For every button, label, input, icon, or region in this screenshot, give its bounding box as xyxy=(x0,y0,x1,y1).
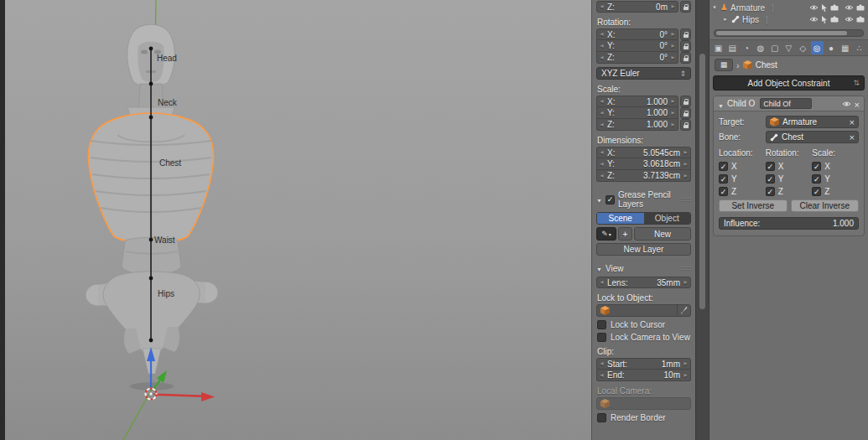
scale-x-checkbox[interactable] xyxy=(812,162,821,171)
rotation-y-checkbox[interactable] xyxy=(766,174,775,184)
decrement-arrow-icon[interactable] xyxy=(599,159,605,169)
lock-icon[interactable] xyxy=(680,40,691,52)
panel-grip-icon[interactable] xyxy=(681,265,691,272)
rotation-x-checkbox[interactable] xyxy=(766,162,775,171)
dimension-x-field[interactable]: X: 5.0545cm xyxy=(596,147,691,158)
view-panel-header[interactable]: View xyxy=(596,264,691,273)
lock-icon[interactable] xyxy=(680,1,691,13)
rotation-mode-dropdown[interactable]: XYZ Euler xyxy=(596,67,691,80)
expander-icon[interactable] xyxy=(722,16,729,23)
lock-icon[interactable] xyxy=(680,119,691,131)
decrement-arrow-icon[interactable] xyxy=(599,41,605,51)
draw-mode-button[interactable]: ✎▾ xyxy=(596,227,616,241)
scale-x-field[interactable]: X: 1.000 xyxy=(596,96,678,107)
expander-icon[interactable] xyxy=(711,4,718,11)
selectable-cursor-icon[interactable] xyxy=(821,4,828,12)
lock-camera-checkbox[interactable] xyxy=(597,333,606,342)
renderable-camera-icon[interactable] xyxy=(830,4,839,11)
tab-object[interactable]: ▢ xyxy=(768,41,781,54)
add-layer-button[interactable]: + xyxy=(618,227,632,241)
scale-z-field[interactable]: Z: 1.000 xyxy=(596,119,678,131)
lock-icon[interactable] xyxy=(680,96,691,107)
context-menu-button[interactable] xyxy=(715,59,733,71)
scrollbar-thumb[interactable] xyxy=(699,54,705,309)
tab-constraints[interactable]: ◎ xyxy=(811,41,824,54)
scale-y-field[interactable]: Y: 1.000 xyxy=(596,107,678,119)
decrement-arrow-icon[interactable] xyxy=(599,53,605,63)
outliner-horizontal-scrollbar[interactable] xyxy=(714,29,864,37)
lock-icon[interactable] xyxy=(680,28,691,40)
decrement-arrow-icon[interactable] xyxy=(599,171,605,181)
tab-object-data[interactable]: ▽ xyxy=(782,41,795,54)
increment-arrow-icon[interactable] xyxy=(683,277,689,287)
tab-render[interactable]: ▣ xyxy=(712,41,725,54)
local-camera-field[interactable] xyxy=(596,397,691,410)
scrollbar-thumb[interactable] xyxy=(716,31,847,35)
increment-arrow-icon[interactable] xyxy=(670,108,676,118)
lens-field[interactable]: Lens: 35mm xyxy=(596,277,691,288)
increment-arrow-icon[interactable] xyxy=(683,359,689,369)
dimension-z-field[interactable]: Z: 3.7139cm xyxy=(596,170,691,182)
outliner-row-armature[interactable]: ♟ Armature | xyxy=(711,2,866,13)
decrement-arrow-icon[interactable] xyxy=(599,120,605,130)
lock-to-cursor-checkbox[interactable] xyxy=(597,320,606,329)
collapse-triangle-icon[interactable] xyxy=(718,96,724,111)
tab-render-layers[interactable]: ▤ xyxy=(726,41,739,54)
rotation-z-field[interactable]: Z: 0° xyxy=(596,52,678,64)
tab-scene[interactable]: Scene xyxy=(597,213,644,224)
collapse-triangle-icon[interactable] xyxy=(596,195,602,204)
rotation-x-field[interactable]: X: 0° xyxy=(596,28,678,40)
tab-modifiers[interactable]: ◇ xyxy=(797,41,809,54)
outliner-row-hips[interactable]: Hips | xyxy=(711,13,866,25)
location-y-checkbox[interactable] xyxy=(719,174,728,184)
grease-pencil-checkbox[interactable] xyxy=(606,195,615,204)
character-mesh[interactable] xyxy=(86,24,218,391)
decrement-arrow-icon[interactable] xyxy=(599,29,605,39)
increment-arrow-icon[interactable] xyxy=(670,41,676,51)
tab-world[interactable]: ◍ xyxy=(754,41,767,54)
new-layer-button[interactable]: New Layer xyxy=(596,243,691,256)
decrement-arrow-icon[interactable] xyxy=(599,370,605,380)
decrement-arrow-icon[interactable] xyxy=(599,359,605,369)
bone-field[interactable]: Chest xyxy=(766,131,859,143)
selectable-cursor-icon[interactable] xyxy=(821,16,828,23)
lock-icon[interactable] xyxy=(680,107,691,119)
eyedropper-button[interactable] xyxy=(677,305,690,316)
increment-arrow-icon[interactable] xyxy=(670,53,676,63)
new-button[interactable]: New xyxy=(634,227,691,241)
visibility-eye-icon[interactable] xyxy=(809,4,819,11)
delete-constraint-icon[interactable] xyxy=(855,96,860,111)
influence-slider[interactable]: Influence: 1.000 xyxy=(719,217,859,230)
3d-viewport[interactable]: Head Neck Chest Waist Hips xyxy=(0,0,591,440)
constraint-panel-header[interactable]: Child O Child Of xyxy=(714,96,864,111)
mute-eye-icon[interactable] xyxy=(842,101,851,107)
renderable-camera-icon[interactable] xyxy=(830,16,839,23)
increment-arrow-icon[interactable] xyxy=(670,2,676,12)
dimension-y-field[interactable]: Y: 3.0618cm xyxy=(596,158,691,170)
rotation-z-checkbox[interactable] xyxy=(766,187,775,196)
clip-end-field[interactable]: End: 10m xyxy=(596,370,691,381)
clear-target-icon[interactable] xyxy=(850,117,855,127)
decrement-arrow-icon[interactable] xyxy=(599,2,605,12)
visibility-eye-icon[interactable] xyxy=(809,16,819,23)
decrement-arrow-icon[interactable] xyxy=(599,277,605,287)
lock-to-object-field[interactable] xyxy=(596,304,691,317)
lock-icon[interactable] xyxy=(680,52,691,64)
renderable-camera-icon[interactable] xyxy=(856,4,865,11)
decrement-arrow-icon[interactable] xyxy=(599,96,605,106)
clear-inverse-button[interactable]: Clear Inverse xyxy=(791,199,860,212)
visibility-eye-icon[interactable] xyxy=(845,4,854,11)
increment-arrow-icon[interactable] xyxy=(670,120,676,130)
grease-pencil-panel-header[interactable]: Grease Pencil Layers xyxy=(596,190,691,209)
collapse-triangle-icon[interactable] xyxy=(596,264,602,273)
visibility-eye-icon[interactable] xyxy=(845,16,854,23)
increment-arrow-icon[interactable] xyxy=(670,29,676,39)
tab-texture[interactable]: ▦ xyxy=(839,41,851,54)
constraint-name-input[interactable]: Child Of xyxy=(760,98,812,109)
location-z-field[interactable]: Z: 0m xyxy=(596,1,678,13)
set-inverse-button[interactable]: Set Inverse xyxy=(719,199,787,212)
increment-arrow-icon[interactable] xyxy=(683,159,689,169)
increment-arrow-icon[interactable] xyxy=(670,96,676,106)
tab-scene[interactable]: ◔ xyxy=(741,41,753,54)
renderable-camera-icon[interactable] xyxy=(856,16,865,23)
